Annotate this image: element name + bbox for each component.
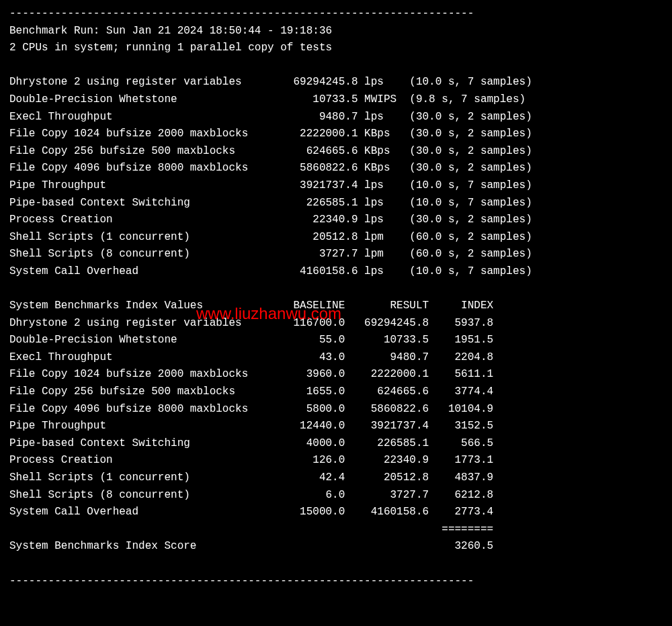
index-score-line: System Benchmarks Index Score 3260.5 [9, 538, 663, 555]
cpu-info-line: 2 CPUs in system; running 1 parallel cop… [9, 40, 663, 57]
index-row: File Copy 4096 bufsize 8000 maxblocks 58… [9, 401, 663, 418]
index-row: Execl Throughput 43.0 9480.7 2204.8 [9, 349, 663, 367]
index-row: File Copy 256 bufsize 500 maxblocks 1655… [9, 384, 663, 401]
index-row: Shell Scripts (8 concurrent) 6.0 3727.7 … [9, 487, 663, 504]
blank-line [9, 281, 663, 298]
index-row: Double-Precision Whetstone 55.0 10733.5 … [9, 332, 663, 349]
test-row: Execl Throughput 9480.7 lps (30.0 s, 2 s… [9, 109, 663, 126]
index-divider-line: ======== [9, 521, 663, 539]
blank-line [9, 555, 663, 573]
test-row: Shell Scripts (1 concurrent) 20512.8 lpm… [9, 229, 663, 247]
index-row: File Copy 1024 bufsize 2000 maxblocks 39… [9, 366, 663, 384]
index-row: Process Creation 126.0 22340.9 1773.1 [9, 452, 663, 470]
benchmark-run-line: Benchmark Run: Sun Jan 21 2024 18:50:44 … [9, 23, 663, 40]
terminal-output: www.liuzhanwu.com ----------------------… [0, 0, 672, 603]
test-row: Process Creation 22340.9 lps (30.0 s, 2 … [9, 212, 663, 229]
index-row: Pipe-based Context Switching 4000.0 2265… [9, 435, 663, 453]
test-results-block: Dhrystone 2 using register variables 692… [9, 74, 663, 280]
test-row: Pipe Throughput 3921737.4 lps (10.0 s, 7… [9, 177, 663, 195]
test-row: Dhrystone 2 using register variables 692… [9, 74, 663, 91]
test-row: File Copy 4096 bufsize 8000 maxblocks 58… [9, 160, 663, 177]
separator-top: ----------------------------------------… [9, 5, 663, 23]
index-header-line: System Benchmarks Index Values BASELINE … [9, 298, 663, 315]
test-row: Pipe-based Context Switching 226585.1 lp… [9, 195, 663, 212]
test-row: File Copy 1024 bufsize 2000 maxblocks 22… [9, 126, 663, 143]
test-row: File Copy 256 bufsize 500 maxblocks 6246… [9, 143, 663, 161]
test-row: Shell Scripts (8 concurrent) 3727.7 lpm … [9, 246, 663, 263]
blank-line [9, 57, 663, 75]
index-row: Shell Scripts (1 concurrent) 42.4 20512.… [9, 470, 663, 487]
index-row: System Call Overhead 15000.0 4160158.6 2… [9, 504, 663, 521]
index-rows-block: Dhrystone 2 using register variables 116… [9, 315, 663, 521]
test-row: Double-Precision Whetstone 10733.5 MWIPS… [9, 91, 663, 109]
test-row: System Call Overhead 4160158.6 lps (10.0… [9, 263, 663, 281]
index-row: Pipe Throughput 12440.0 3921737.4 3152.5 [9, 418, 663, 435]
separator-bottom: ----------------------------------------… [9, 573, 663, 590]
index-row: Dhrystone 2 using register variables 116… [9, 315, 663, 332]
